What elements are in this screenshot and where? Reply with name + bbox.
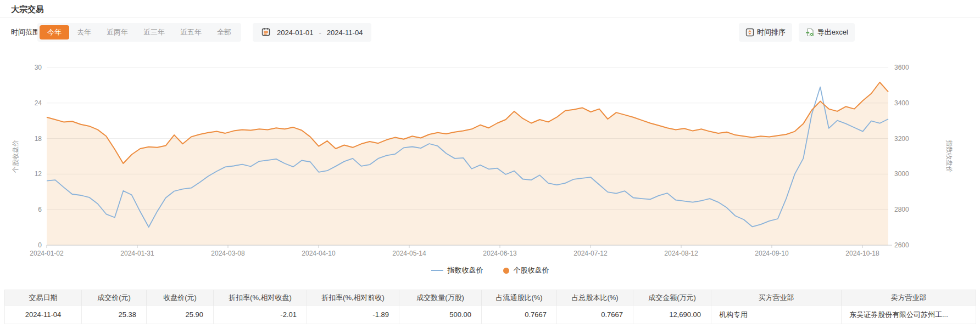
table-cell: 500.00 xyxy=(399,306,482,324)
block-trade-panel: 大宗交易 时间范围 今年去年近两年近三年近五年全部 2024-01-01 - 2… xyxy=(0,0,980,328)
left-axis-title: 个股收盘价 xyxy=(12,140,19,173)
time-range-option[interactable]: 近五年 xyxy=(172,25,209,39)
time-range-option[interactable]: 去年 xyxy=(69,25,99,39)
trade-table-wrap: 交易日期成交价(元)收盘价(元)折扣率(%,相对收盘)折扣率(%,相对前收)成交… xyxy=(4,290,976,324)
time-range-option[interactable]: 近三年 xyxy=(136,25,172,39)
table-cell: -1.89 xyxy=(307,306,399,324)
sort-icon xyxy=(745,28,754,37)
table-header-cell: 成交价(元) xyxy=(82,290,147,306)
right-axis-tick-label: 3000 xyxy=(894,170,909,178)
table-row: 2024-11-0425.3825.90-2.01-1.89500.000.76… xyxy=(5,306,976,324)
date-range-picker[interactable]: 2024-01-01 - 2024-11-04 xyxy=(253,23,371,42)
date-end[interactable]: 2024-11-04 xyxy=(327,29,363,37)
right-axis-tick-label: 2600 xyxy=(894,241,909,249)
x-axis-tick-label: 2024-10-18 xyxy=(845,250,879,257)
x-axis-tick-label: 2024-01-02 xyxy=(30,250,64,257)
left-axis-tick-label: 12 xyxy=(35,170,42,178)
table-body: 2024-11-0425.3825.90-2.01-1.89500.000.76… xyxy=(5,306,976,324)
x-axis-tick-label: 2024-06-13 xyxy=(483,250,517,257)
trade-table: 交易日期成交价(元)收盘价(元)折扣率(%,相对收盘)折扣率(%,相对前收)成交… xyxy=(4,290,976,324)
legend-label: 个股收盘价 xyxy=(514,265,549,275)
x-axis-tick-label: 2024-01-31 xyxy=(120,250,154,257)
table-cell: -2.01 xyxy=(214,306,307,324)
time-sort-label: 时间排序 xyxy=(757,27,786,37)
x-axis-tick-label: 2024-07-12 xyxy=(573,250,608,257)
time-sort-button[interactable]: 时间排序 xyxy=(739,23,792,42)
right-axis-tick-label: 3400 xyxy=(894,99,909,107)
left-axis-tick-label: 30 xyxy=(35,64,42,71)
legend-label: 指数收盘价 xyxy=(448,265,483,275)
table-cell: 东吴证券股份有限公司苏州工... xyxy=(842,306,976,324)
time-range-group: 今年去年近两年近三年近五年全部 xyxy=(37,23,241,42)
x-axis-tick-label: 2024-09-10 xyxy=(755,250,789,257)
table-cell: 12,690.00 xyxy=(633,306,711,324)
table-header-cell: 成交数量(万股) xyxy=(399,290,482,306)
table-header-cell: 收盘价(元) xyxy=(147,290,214,306)
left-axis-tick-label: 24 xyxy=(35,99,42,107)
x-axis-tick-label: 2024-03-08 xyxy=(211,250,245,257)
table-cell: 0.7667 xyxy=(482,306,557,324)
legend-circle-marker xyxy=(503,268,509,274)
left-axis-tick-label: 18 xyxy=(35,135,42,143)
right-axis-title: 指数收盘价 xyxy=(945,139,953,173)
calendar-icon xyxy=(261,27,270,38)
time-range-label: 时间范围 xyxy=(11,23,40,42)
table-cell: 25.90 xyxy=(147,306,214,324)
x-axis-tick-label: 2024-04-10 xyxy=(302,250,336,257)
chart-legend: 指数收盘价个股收盘价 xyxy=(0,265,980,275)
table-header-cell: 折扣率(%,相对收盘) xyxy=(214,290,307,306)
toolbar: 时间范围 今年去年近两年近三年近五年全部 2024-01-01 - 2024-1… xyxy=(0,23,980,42)
table-header-cell: 占总股本比(%) xyxy=(557,290,633,306)
table-header-cell: 买方营业部 xyxy=(711,290,842,306)
legend-item[interactable]: 个股收盘价 xyxy=(503,265,549,275)
price-chart: 02600628001230001832002434003036002024-0… xyxy=(0,52,980,261)
x-axis-tick-label: 2024-05-14 xyxy=(392,250,426,257)
export-excel-label: 导出excel xyxy=(817,27,848,37)
export-excel-button[interactable]: 导出excel xyxy=(799,23,855,42)
panel-header: 大宗交易 xyxy=(0,0,980,18)
excel-icon xyxy=(805,28,815,37)
right-axis-tick-label: 2800 xyxy=(894,206,909,213)
date-separator: - xyxy=(319,29,321,37)
table-cell: 25.38 xyxy=(82,306,147,324)
time-range-option[interactable]: 今年 xyxy=(40,25,69,39)
table-header-cell: 卖方营业部 xyxy=(842,290,976,306)
page-title: 大宗交易 xyxy=(11,4,44,15)
table-header-row: 交易日期成交价(元)收盘价(元)折扣率(%,相对收盘)折扣率(%,相对前收)成交… xyxy=(5,290,976,306)
time-range-option[interactable]: 全部 xyxy=(209,25,239,39)
left-axis-tick-label: 0 xyxy=(38,241,42,249)
table-cell: 机构专用 xyxy=(711,306,842,324)
table-header-cell: 占流通股比(%) xyxy=(482,290,557,306)
right-axis-tick-label: 3600 xyxy=(894,64,909,71)
table-cell: 2024-11-04 xyxy=(5,306,82,324)
table-header-cell: 成交金额(万元) xyxy=(633,290,711,306)
legend-line-marker xyxy=(431,270,443,271)
time-range-option[interactable]: 近两年 xyxy=(99,25,136,39)
table-cell: 0.7667 xyxy=(557,306,633,324)
left-axis-tick-label: 6 xyxy=(38,206,42,213)
table-header-cell: 折扣率(%,相对前收) xyxy=(307,290,399,306)
right-axis-tick-label: 3200 xyxy=(894,135,909,143)
x-axis-tick-label: 2024-08-12 xyxy=(664,250,698,257)
legend-item[interactable]: 指数收盘价 xyxy=(431,265,483,275)
date-start[interactable]: 2024-01-01 xyxy=(277,29,314,37)
table-header-cell: 交易日期 xyxy=(5,290,82,306)
